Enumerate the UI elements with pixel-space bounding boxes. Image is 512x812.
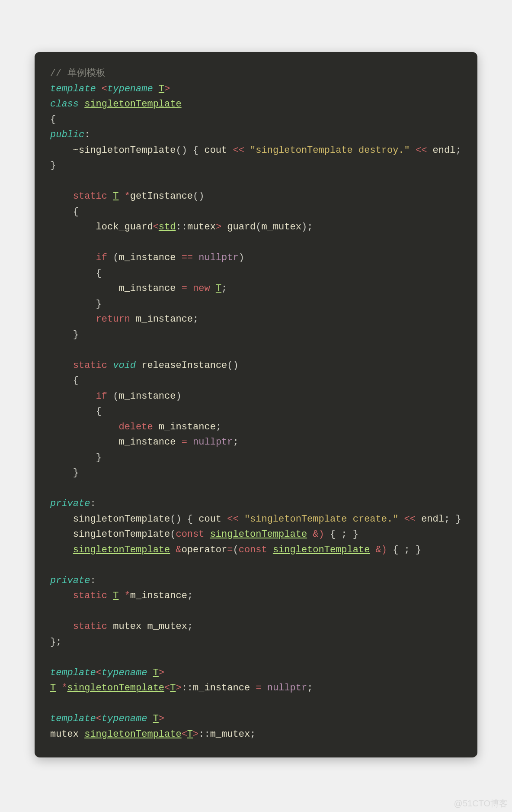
op-eq: = — [182, 283, 187, 294]
type-T: T — [159, 84, 164, 94]
mutex: mutex — [187, 222, 216, 232]
destructor: ~singletonTemplate — [73, 145, 176, 156]
code-block: // 单例模板 template <typename T> class sing… — [35, 52, 477, 757]
angle-close: > — [164, 84, 170, 94]
kw-private: private — [50, 498, 90, 509]
constructor: singletonTemplate — [73, 514, 170, 525]
kw-delete: delete — [118, 422, 153, 432]
endl: endl — [433, 145, 456, 156]
str-create: "singletonTemplate create." — [244, 514, 398, 525]
lock-guard: lock_guard — [96, 222, 153, 232]
op-ampclose: &) — [313, 529, 324, 540]
m-mutex: m_mutex — [262, 222, 301, 232]
op-eqeq: == — [182, 252, 193, 263]
code-comment: // 单例模板 — [50, 68, 106, 79]
fn-release: releaseInstance — [141, 360, 227, 371]
nullptr: nullptr — [198, 252, 238, 263]
op-amp: & — [176, 545, 181, 555]
kw-template: template — [50, 84, 96, 94]
op-shift: << — [233, 145, 244, 156]
type-std: std — [159, 222, 176, 232]
guard: guard — [227, 222, 256, 232]
kw-return: return — [96, 314, 130, 325]
kw-typename: typename — [107, 84, 153, 94]
type-T: T — [113, 191, 118, 202]
op-star: * — [125, 191, 130, 202]
kw-public: public — [50, 129, 84, 140]
kw-void: void — [113, 360, 136, 371]
parens: () — [176, 145, 187, 156]
kw-if: if — [96, 252, 107, 263]
cout: cout — [204, 145, 227, 156]
str-destroy: "singletonTemplate destroy." — [250, 145, 410, 156]
watermark: @51CTO博客 — [454, 798, 508, 809]
kw-const: const — [176, 529, 204, 540]
colon: : — [84, 129, 90, 140]
code-content: // 单例模板 template <typename T> class sing… — [50, 66, 462, 742]
type-singleton: singletonTemplate — [84, 99, 181, 110]
kw-static: static — [73, 191, 107, 202]
m-instance: m_instance — [118, 252, 176, 263]
kw-new: new — [193, 283, 210, 294]
operator: operator — [182, 545, 227, 555]
angle-open: < — [102, 84, 107, 94]
fn-getInstance: getInstance — [130, 191, 193, 202]
brace-open: { — [50, 114, 56, 125]
kw-class: class — [50, 99, 79, 110]
